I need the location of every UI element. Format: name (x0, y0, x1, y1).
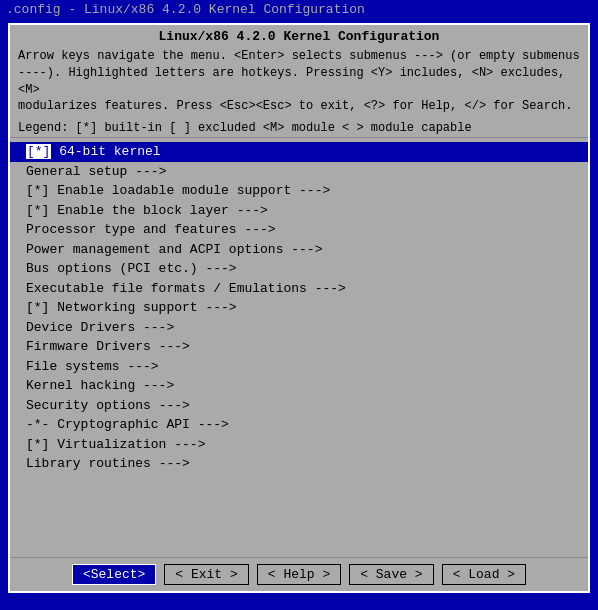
menu-item-device-drivers[interactable]: Device Drivers ---> (10, 318, 588, 338)
help-line1: Arrow keys navigate the menu. <Enter> se… (18, 48, 580, 65)
title-bar: .config - Linux/x86 4.2.0 Kernel Configu… (0, 0, 598, 19)
title-text: .config - Linux/x86 4.2.0 Kernel Configu… (6, 2, 365, 17)
menu-item-exec-formats[interactable]: Executable file formats / Emulations ---… (10, 279, 588, 299)
main-container: Linux/x86 4.2.0 Kernel Configuration Arr… (8, 23, 590, 593)
menu-item-processor-type[interactable]: Processor type and features ---> (10, 220, 588, 240)
menu-item-networking[interactable]: [*] Networking support ---> (10, 298, 588, 318)
prefix: [*] (26, 203, 49, 218)
menu-item-file-systems[interactable]: File systems ---> (10, 357, 588, 377)
help-button[interactable]: < Help > (257, 564, 341, 585)
help-line2: ----). Highlighted letters are hotkeys. … (18, 65, 580, 99)
config-title: Linux/x86 4.2.0 Kernel Configuration (10, 25, 588, 46)
save-button[interactable]: < Save > (349, 564, 433, 585)
prefix: -*- (26, 417, 49, 432)
exit-button[interactable]: < Exit > (164, 564, 248, 585)
prefix: [*] (26, 183, 49, 198)
help-text: Arrow keys navigate the menu. <Enter> se… (10, 46, 588, 119)
prefix: [*] (26, 437, 49, 452)
load-button[interactable]: < Load > (442, 564, 526, 585)
menu-item-library[interactable]: Library routines ---> (10, 454, 588, 474)
menu-item-general-setup[interactable]: General setup ---> (10, 162, 588, 182)
button-bar: <Select>< Exit >< Help >< Save >< Load > (10, 557, 588, 591)
select-button[interactable]: <Select> (72, 564, 156, 585)
menu-item-64bit[interactable]: [*] 64-bit kernel (10, 142, 588, 162)
menu-item-security[interactable]: Security options ---> (10, 396, 588, 416)
help-line3: modularizes features. Press <Esc><Esc> t… (18, 98, 580, 115)
prefix: [*] (26, 300, 49, 315)
menu-item-power-mgmt[interactable]: Power management and ACPI options ---> (10, 240, 588, 260)
menu-item-kernel-hacking[interactable]: Kernel hacking ---> (10, 376, 588, 396)
prefix: [*] (26, 144, 51, 159)
menu-area: [*] 64-bit kernel General setup --->[*] … (10, 137, 588, 557)
menu-item-firmware-drivers[interactable]: Firmware Drivers ---> (10, 337, 588, 357)
menu-item-loadable-module[interactable]: [*] Enable loadable module support ---> (10, 181, 588, 201)
menu-item-block-layer[interactable]: [*] Enable the block layer ---> (10, 201, 588, 221)
menu-item-bus-options[interactable]: Bus options (PCI etc.) ---> (10, 259, 588, 279)
legend: Legend: [*] built-in [ ] excluded <M> mo… (10, 119, 588, 137)
menu-item-virtualization[interactable]: [*] Virtualization ---> (10, 435, 588, 455)
menu-item-crypto[interactable]: -*- Cryptographic API ---> (10, 415, 588, 435)
